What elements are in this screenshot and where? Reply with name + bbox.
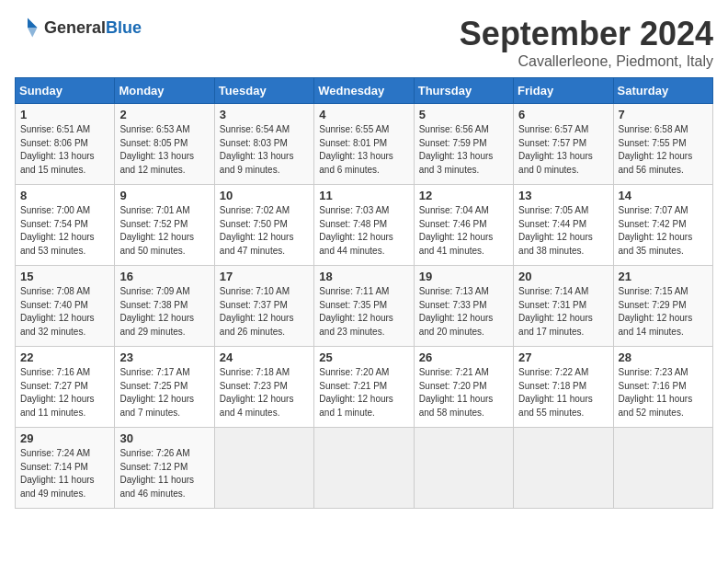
- day-number: 11: [319, 189, 408, 202]
- calendar-cell: 18Sunrise: 7:11 AM Sunset: 7:35 PM Dayli…: [314, 266, 414, 347]
- weekday-header-saturday: Saturday: [613, 78, 712, 104]
- calendar-cell: 23Sunrise: 7:17 AM Sunset: 7:25 PM Dayli…: [115, 347, 214, 428]
- day-number: 29: [20, 431, 109, 445]
- title-block: September 2024 Cavallerleone, Piedmont, …: [460, 15, 713, 70]
- calendar-week-4: 22Sunrise: 7:16 AM Sunset: 7:27 PM Dayli…: [16, 347, 713, 428]
- logo-icon: [15, 15, 40, 40]
- day-info: Sunrise: 7:22 AM Sunset: 7:18 PM Dayligh…: [518, 366, 608, 419]
- day-number: 14: [619, 189, 708, 202]
- day-number: 17: [220, 270, 309, 283]
- day-info: Sunrise: 7:21 AM Sunset: 7:20 PM Dayligh…: [419, 366, 508, 419]
- calendar-cell: 21Sunrise: 7:15 AM Sunset: 7:29 PM Dayli…: [613, 266, 712, 347]
- calendar-week-2: 8Sunrise: 7:00 AM Sunset: 7:54 PM Daylig…: [16, 185, 713, 266]
- calendar-cell: 27Sunrise: 7:22 AM Sunset: 7:18 PM Dayli…: [514, 347, 613, 428]
- day-info: Sunrise: 7:24 AM Sunset: 7:14 PM Dayligh…: [20, 447, 109, 500]
- day-info: Sunrise: 7:02 AM Sunset: 7:50 PM Dayligh…: [220, 204, 309, 258]
- weekday-header-thursday: Thursday: [414, 78, 513, 104]
- calendar-cell: 3Sunrise: 6:54 AM Sunset: 8:03 PM Daylig…: [214, 104, 313, 185]
- day-info: Sunrise: 6:58 AM Sunset: 7:55 PM Dayligh…: [619, 123, 708, 177]
- day-info: Sunrise: 7:16 AM Sunset: 7:27 PM Dayligh…: [20, 366, 109, 419]
- day-number: 25: [319, 350, 408, 364]
- day-number: 1: [20, 108, 109, 121]
- calendar-cell: 20Sunrise: 7:14 AM Sunset: 7:31 PM Dayli…: [514, 266, 613, 347]
- day-number: 13: [518, 189, 608, 202]
- calendar-cell: [514, 428, 613, 509]
- calendar-cell: [414, 428, 513, 509]
- day-info: Sunrise: 7:20 AM Sunset: 7:21 PM Dayligh…: [319, 366, 408, 419]
- day-info: Sunrise: 6:51 AM Sunset: 8:06 PM Dayligh…: [20, 123, 109, 177]
- day-info: Sunrise: 7:01 AM Sunset: 7:52 PM Dayligh…: [119, 204, 209, 258]
- day-number: 21: [619, 270, 708, 283]
- location-title: Cavallerleone, Piedmont, Italy: [460, 53, 713, 70]
- calendar-cell: 28Sunrise: 7:23 AM Sunset: 7:16 PM Dayli…: [613, 347, 712, 428]
- calendar-cell: [314, 428, 414, 509]
- calendar-cell: 2Sunrise: 6:53 AM Sunset: 8:05 PM Daylig…: [115, 104, 214, 185]
- day-number: 12: [419, 189, 508, 202]
- day-info: Sunrise: 6:54 AM Sunset: 8:03 PM Dayligh…: [220, 123, 309, 177]
- weekday-header-sunday: Sunday: [16, 78, 115, 104]
- page-header: GeneralBlue September 2024 Cavallerleone…: [15, 15, 713, 70]
- calendar-cell: 12Sunrise: 7:04 AM Sunset: 7:46 PM Dayli…: [414, 185, 513, 266]
- weekday-header-wednesday: Wednesday: [314, 78, 414, 104]
- calendar-cell: 6Sunrise: 6:57 AM Sunset: 7:57 PM Daylig…: [514, 104, 613, 185]
- day-number: 3: [220, 108, 309, 121]
- day-info: Sunrise: 6:55 AM Sunset: 8:01 PM Dayligh…: [319, 123, 408, 177]
- logo: GeneralBlue: [15, 15, 142, 40]
- calendar-cell: 16Sunrise: 7:09 AM Sunset: 7:38 PM Dayli…: [115, 266, 214, 347]
- calendar-cell: [214, 428, 313, 509]
- weekday-header-monday: Monday: [115, 78, 214, 104]
- calendar-cell: 25Sunrise: 7:20 AM Sunset: 7:21 PM Dayli…: [314, 347, 414, 428]
- weekday-header-row: SundayMondayTuesdayWednesdayThursdayFrid…: [16, 78, 713, 104]
- calendar-week-1: 1Sunrise: 6:51 AM Sunset: 8:06 PM Daylig…: [16, 104, 713, 185]
- day-number: 20: [518, 270, 608, 283]
- day-info: Sunrise: 7:18 AM Sunset: 7:23 PM Dayligh…: [220, 366, 309, 419]
- calendar-cell: 1Sunrise: 6:51 AM Sunset: 8:06 PM Daylig…: [16, 104, 115, 185]
- day-number: 6: [518, 108, 608, 121]
- svg-marker-1: [28, 28, 38, 38]
- day-info: Sunrise: 7:15 AM Sunset: 7:29 PM Dayligh…: [619, 285, 708, 339]
- day-number: 4: [319, 108, 408, 121]
- day-number: 18: [319, 270, 408, 283]
- day-info: Sunrise: 7:03 AM Sunset: 7:48 PM Dayligh…: [319, 204, 408, 258]
- day-info: Sunrise: 7:04 AM Sunset: 7:46 PM Dayligh…: [419, 204, 508, 258]
- calendar-cell: 24Sunrise: 7:18 AM Sunset: 7:23 PM Dayli…: [214, 347, 313, 428]
- day-number: 23: [119, 350, 209, 364]
- day-info: Sunrise: 7:07 AM Sunset: 7:42 PM Dayligh…: [619, 204, 708, 258]
- day-info: Sunrise: 7:17 AM Sunset: 7:25 PM Dayligh…: [119, 366, 209, 419]
- day-number: 27: [518, 350, 608, 364]
- calendar-cell: 10Sunrise: 7:02 AM Sunset: 7:50 PM Dayli…: [214, 185, 313, 266]
- day-info: Sunrise: 7:00 AM Sunset: 7:54 PM Dayligh…: [20, 204, 109, 258]
- weekday-header-friday: Friday: [514, 78, 613, 104]
- calendar-cell: 15Sunrise: 7:08 AM Sunset: 7:40 PM Dayli…: [16, 266, 115, 347]
- calendar-cell: 22Sunrise: 7:16 AM Sunset: 7:27 PM Dayli…: [16, 347, 115, 428]
- calendar-cell: 17Sunrise: 7:10 AM Sunset: 7:37 PM Dayli…: [214, 266, 313, 347]
- day-number: 2: [119, 108, 209, 121]
- day-number: 24: [220, 350, 309, 364]
- day-info: Sunrise: 6:53 AM Sunset: 8:05 PM Dayligh…: [119, 123, 209, 177]
- day-info: Sunrise: 7:11 AM Sunset: 7:35 PM Dayligh…: [319, 285, 408, 339]
- calendar-cell: 26Sunrise: 7:21 AM Sunset: 7:20 PM Dayli…: [414, 347, 513, 428]
- calendar-cell: 13Sunrise: 7:05 AM Sunset: 7:44 PM Dayli…: [514, 185, 613, 266]
- calendar-table: SundayMondayTuesdayWednesdayThursdayFrid…: [15, 77, 713, 509]
- calendar-cell: 19Sunrise: 7:13 AM Sunset: 7:33 PM Dayli…: [414, 266, 513, 347]
- day-number: 10: [220, 189, 309, 202]
- month-title: September 2024: [460, 15, 713, 53]
- day-info: Sunrise: 7:26 AM Sunset: 7:12 PM Dayligh…: [119, 447, 209, 500]
- calendar-cell: 14Sunrise: 7:07 AM Sunset: 7:42 PM Dayli…: [613, 185, 712, 266]
- day-info: Sunrise: 6:56 AM Sunset: 7:59 PM Dayligh…: [419, 123, 508, 177]
- day-number: 8: [20, 189, 109, 202]
- day-info: Sunrise: 7:23 AM Sunset: 7:16 PM Dayligh…: [619, 366, 708, 419]
- calendar-cell: 11Sunrise: 7:03 AM Sunset: 7:48 PM Dayli…: [314, 185, 414, 266]
- svg-marker-0: [28, 18, 38, 29]
- weekday-header-tuesday: Tuesday: [214, 78, 313, 104]
- logo-blue: Blue: [106, 18, 142, 37]
- day-number: 26: [419, 350, 508, 364]
- calendar-week-5: 29Sunrise: 7:24 AM Sunset: 7:14 PM Dayli…: [16, 428, 713, 509]
- day-info: Sunrise: 7:10 AM Sunset: 7:37 PM Dayligh…: [220, 285, 309, 339]
- day-info: Sunrise: 7:09 AM Sunset: 7:38 PM Dayligh…: [119, 285, 209, 339]
- calendar-cell: 9Sunrise: 7:01 AM Sunset: 7:52 PM Daylig…: [115, 185, 214, 266]
- day-number: 7: [619, 108, 708, 121]
- day-number: 28: [619, 350, 708, 364]
- day-number: 15: [20, 270, 109, 283]
- day-number: 9: [119, 189, 209, 202]
